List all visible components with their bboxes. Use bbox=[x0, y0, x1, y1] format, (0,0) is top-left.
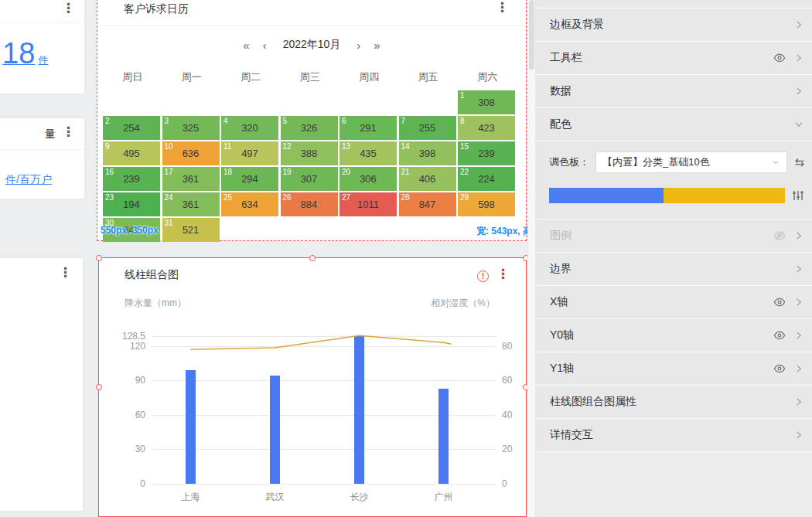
combo-chart-widget-card[interactable]: 线柱组合图 ! ⋮ 降水量（mm） 相对湿度（%） 128.5120906030… bbox=[98, 257, 527, 517]
calendar-day-cell[interactable]: 31521 bbox=[162, 218, 220, 242]
eye-icon[interactable] bbox=[773, 52, 786, 64]
resize-handle[interactable] bbox=[96, 255, 102, 261]
calendar-day-cell[interactable]: 8423 bbox=[458, 116, 515, 140]
calendar-day-cell[interactable]: 9495 bbox=[103, 141, 160, 165]
chevron-right-icon[interactable] bbox=[793, 330, 804, 341]
palette-color-bar[interactable] bbox=[549, 188, 785, 203]
chevron-right-icon[interactable] bbox=[793, 230, 804, 241]
calendar-day-cell[interactable]: 12388 bbox=[281, 141, 338, 165]
panel-row[interactable]: 数据 bbox=[536, 75, 812, 108]
calendar-day-cell[interactable]: 2254 bbox=[103, 116, 160, 140]
weekday-header-row: 周日周一周二周三周四周五周六 bbox=[103, 70, 517, 84]
calendar-day-cell[interactable]: 17361 bbox=[162, 167, 220, 191]
resize-handle[interactable] bbox=[309, 255, 316, 261]
day-value: 361 bbox=[162, 199, 220, 210]
calendar-day-cell[interactable]: 7255 bbox=[399, 116, 456, 140]
widget-title-fragment: 量 bbox=[45, 128, 56, 141]
next-year-button[interactable]: » bbox=[374, 39, 380, 52]
day-value: 388 bbox=[281, 148, 338, 159]
panel-row-icons bbox=[793, 19, 804, 30]
calendar-day-cell[interactable]: 19307 bbox=[281, 167, 338, 191]
chevron-right-icon[interactable] bbox=[793, 363, 804, 374]
calendar-day-cell[interactable]: 23194 bbox=[103, 192, 160, 216]
kebab-menu-icon[interactable]: ⋮ bbox=[62, 2, 75, 15]
palette-swatch[interactable] bbox=[549, 188, 664, 203]
day-value: 398 bbox=[399, 148, 456, 159]
calendar-day-cell[interactable]: 10636 bbox=[162, 141, 220, 165]
calendar-day-cell[interactable]: 1308 bbox=[458, 90, 515, 114]
panel-row-label: 工具栏 bbox=[550, 51, 773, 65]
eye-off-icon[interactable] bbox=[773, 230, 786, 242]
calendar-day-cell[interactable]: 29598 bbox=[458, 192, 515, 216]
calendar-day-cell[interactable]: 20306 bbox=[339, 167, 397, 191]
kebab-menu-icon[interactable]: ⋮ bbox=[59, 267, 72, 279]
chevron-right-icon[interactable] bbox=[793, 430, 804, 440]
panel-row[interactable]: 工具栏 bbox=[536, 42, 812, 75]
calendar-day-cell[interactable]: 11497 bbox=[221, 141, 278, 165]
panel-row[interactable]: 边框及背景 bbox=[536, 9, 812, 42]
calendar-day-cell[interactable]: 25634 bbox=[221, 192, 278, 216]
calendar-day-cell[interactable]: 24361 bbox=[162, 192, 220, 216]
kebab-menu-icon[interactable]: ⋮ bbox=[496, 2, 509, 14]
calendar-widget-card[interactable]: 客户诉求日历 ⋮ « ‹ 2022年10月 › » 周日周一周二周三周四周五周六… bbox=[97, 0, 527, 241]
sliders-icon[interactable] bbox=[792, 189, 804, 202]
panel-row[interactable]: 配色 bbox=[536, 108, 812, 141]
calendar-day-cell[interactable]: 18294 bbox=[221, 167, 278, 191]
calendar-day-cell[interactable]: 4320 bbox=[221, 116, 278, 140]
kebab-menu-icon[interactable]: ⋮ bbox=[62, 126, 75, 138]
chevron-right-icon[interactable] bbox=[793, 86, 804, 97]
calendar-day-cell[interactable]: 6291 bbox=[339, 116, 397, 140]
day-value: 254 bbox=[103, 122, 160, 134]
panel-row-label: Y0轴 bbox=[550, 328, 773, 342]
panel-row[interactable]: 边界 bbox=[536, 253, 812, 286]
panel-row-icons bbox=[773, 230, 804, 242]
eye-icon[interactable] bbox=[773, 362, 786, 375]
panel-row-icons bbox=[773, 52, 804, 64]
calendar-day-cell[interactable]: 271011 bbox=[339, 192, 397, 216]
scrollbar-thumb[interactable] bbox=[529, 0, 534, 70]
calendar-day-cell[interactable]: 13435 bbox=[339, 141, 397, 165]
calendar-day-cell[interactable]: 16239 bbox=[103, 167, 160, 191]
calendar-month-label: 2022年10月 bbox=[283, 38, 341, 52]
panel-row[interactable]: X轴 bbox=[536, 286, 812, 319]
calendar-day-cell[interactable]: 5326 bbox=[281, 116, 338, 140]
palette-swatch[interactable] bbox=[664, 188, 785, 203]
calendar-day-cell[interactable]: 21406 bbox=[399, 167, 456, 191]
calendar-day-cell[interactable]: 3325 bbox=[162, 116, 220, 140]
palette-select-value: 【内置】分类_基础10色 bbox=[602, 155, 710, 169]
canvas-scrollbar[interactable] bbox=[527, 0, 536, 517]
config-panel: 边框及背景工具栏数据配色 调色板： 【内置】分类_基础10色 ⇆ 图例边界X轴Y… bbox=[536, 0, 812, 517]
weekday-label: 周四 bbox=[339, 70, 399, 84]
panel-row[interactable]: Y1轴 bbox=[536, 352, 812, 386]
panel-row[interactable]: 柱线图组合图属性 bbox=[536, 386, 812, 419]
chevron-right-icon[interactable] bbox=[793, 264, 804, 274]
swap-icon[interactable]: ⇆ bbox=[794, 155, 804, 169]
chevron-right-icon[interactable] bbox=[793, 19, 804, 30]
calendar-day-cell[interactable]: 22224 bbox=[458, 167, 515, 191]
chevron-right-icon[interactable] bbox=[793, 396, 804, 407]
day-value: 406 bbox=[399, 173, 456, 185]
panel-row[interactable]: 详情交互 bbox=[536, 419, 812, 452]
metric-value-link[interactable]: 18件 bbox=[2, 37, 48, 70]
chevron-right-icon[interactable] bbox=[793, 53, 804, 63]
chevron-right-icon[interactable] bbox=[793, 297, 804, 308]
panel-row[interactable]: Y0轴 bbox=[536, 319, 812, 352]
calendar-day-cell[interactable]: 28847 bbox=[399, 192, 456, 216]
next-month-button[interactable]: › bbox=[357, 39, 360, 52]
palette-label: 调色板： bbox=[549, 155, 589, 169]
chevron-down-icon[interactable] bbox=[793, 119, 804, 130]
day-value: 239 bbox=[458, 148, 515, 159]
day-value: 1011 bbox=[339, 199, 397, 210]
calendar-day-cell[interactable]: 14398 bbox=[399, 141, 456, 165]
resize-handle[interactable] bbox=[96, 384, 102, 390]
prev-month-button[interactable]: ‹ bbox=[263, 39, 267, 52]
metric-unit-link[interactable]: 件/百万户 bbox=[5, 173, 52, 187]
eye-icon[interactable] bbox=[773, 329, 786, 342]
prev-year-button[interactable]: « bbox=[243, 39, 249, 52]
palette-select[interactable]: 【内置】分类_基础10色 bbox=[595, 151, 787, 173]
day-value: 435 bbox=[339, 148, 397, 159]
panel-row[interactable]: 图例 bbox=[536, 219, 812, 253]
calendar-day-cell[interactable]: 15239 bbox=[458, 141, 515, 165]
calendar-day-cell[interactable]: 26884 bbox=[281, 192, 338, 216]
eye-icon[interactable] bbox=[773, 296, 786, 308]
